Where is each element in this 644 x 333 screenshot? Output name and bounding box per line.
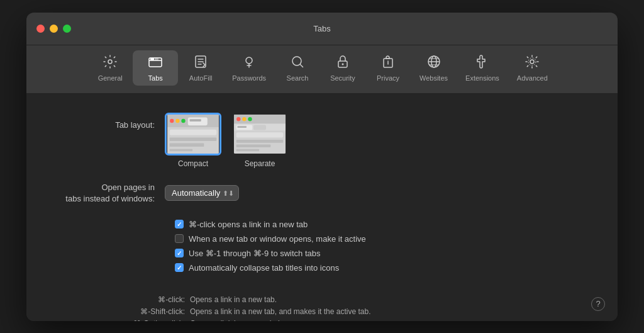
tab-autofill[interactable]: AutoFill — [178, 50, 223, 86]
svg-point-17 — [175, 118, 179, 122]
shortcut-row-0: ⌘-click: Opens a link in a new tab. — [52, 295, 592, 304]
tab-general[interactable]: General — [87, 50, 133, 86]
shortcut-key-0: ⌘-click: — [52, 295, 190, 304]
window-title: Tabs — [313, 24, 330, 33]
autofill-icon — [193, 54, 208, 72]
cmd-numbers-checkbox[interactable] — [175, 249, 184, 257]
shortcut-row-1: ⌘-Shift-click: Opens a link in a new tab… — [52, 307, 592, 316]
tab-extensions[interactable]: Extensions — [457, 50, 508, 86]
cmd-numbers-label: Use ⌘-1 through ⌘-9 to switch tabs — [189, 249, 321, 258]
svg-rect-36 — [236, 144, 271, 147]
svg-rect-22 — [170, 137, 217, 140]
svg-rect-20 — [190, 119, 201, 121]
privacy-icon — [380, 54, 396, 72]
compact-thumbnail[interactable] — [165, 113, 221, 155]
cmd-click-label: ⌘-click opens a link in a new tab — [189, 220, 308, 229]
help-button[interactable]: ? — [591, 297, 605, 311]
shortcut-desc-0: Opens a link in a new tab. — [190, 295, 277, 304]
checkbox-row-new-tab-active: When a new tab or window opens, make it … — [175, 234, 592, 244]
svg-rect-37 — [236, 149, 259, 151]
advanced-icon — [525, 54, 540, 72]
layout-options: Compact — [165, 113, 288, 168]
open-pages-dropdown[interactable]: Automatically Always Never — [165, 185, 239, 201]
tab-layout-row: Tab layout: — [52, 113, 592, 168]
tab-passwords-label: Passwords — [232, 74, 266, 82]
svg-rect-34 — [236, 132, 284, 137]
content-area: Tab layout: — [26, 94, 618, 321]
svg-point-29 — [248, 117, 252, 121]
security-icon — [335, 54, 350, 72]
svg-point-28 — [242, 117, 246, 121]
separate-label: Separate — [245, 159, 275, 168]
svg-point-8 — [342, 63, 344, 65]
tab-general-label: General — [98, 74, 123, 82]
shortcut-desc-2: Opens a link in a new window. — [190, 319, 291, 321]
search-icon — [290, 54, 305, 72]
svg-point-16 — [170, 118, 174, 122]
checkbox-row-cmd-click: ⌘-click opens a link in a new tab — [175, 220, 592, 229]
tab-search-label: Search — [287, 74, 309, 82]
svg-rect-23 — [170, 143, 204, 146]
checkbox-row-collapse-titles: Automatically collapse tab titles into i… — [175, 263, 592, 273]
separate-option[interactable]: Separate — [231, 113, 288, 168]
collapse-titles-checkbox[interactable] — [175, 263, 184, 272]
tab-advanced-label: Advanced — [517, 74, 548, 82]
open-pages-row: Open pages intabs instead of windows: Au… — [52, 182, 592, 205]
collapse-titles-label: Automatically collapse tab titles into i… — [189, 263, 339, 273]
svg-rect-33 — [253, 125, 266, 130]
svg-rect-26 — [234, 115, 286, 124]
new-tab-active-checkbox[interactable] — [175, 234, 184, 243]
titlebar: Tabs — [26, 13, 618, 45]
close-button[interactable] — [36, 25, 45, 33]
minimize-button[interactable] — [50, 25, 58, 33]
svg-rect-32 — [237, 126, 247, 128]
new-tab-active-label: When a new tab or window opens, make it … — [189, 234, 366, 244]
svg-rect-2 — [150, 58, 154, 60]
shortcut-row-2: ⌘-Option-click: Opens a link in a new wi… — [52, 319, 592, 321]
checkboxes-section: ⌘-click opens a link in a new tab When a… — [175, 220, 592, 273]
tab-security[interactable]: Security — [320, 50, 365, 86]
tab-websites-label: Websites — [419, 74, 448, 82]
svg-rect-3 — [155, 58, 158, 60]
svg-rect-21 — [170, 129, 217, 135]
tab-autofill-label: AutoFill — [189, 74, 213, 82]
tab-privacy[interactable]: Privacy — [365, 50, 411, 86]
dropdown-wrapper: Automatically Always Never ⬆⬇ — [165, 185, 239, 201]
tab-advanced[interactable]: Advanced — [508, 50, 557, 86]
svg-rect-35 — [236, 140, 284, 143]
passwords-icon — [242, 54, 257, 72]
tab-security-label: Security — [330, 74, 355, 82]
checkbox-row-cmd-numbers: Use ⌘-1 through ⌘-9 to switch tabs — [175, 249, 592, 258]
svg-rect-19 — [188, 117, 208, 125]
open-pages-label: Open pages intabs instead of windows: — [52, 182, 165, 205]
svg-point-12 — [530, 60, 534, 64]
tab-websites[interactable]: Websites — [411, 50, 457, 86]
svg-point-18 — [181, 118, 185, 122]
svg-point-9 — [387, 60, 389, 62]
svg-point-0 — [108, 60, 112, 64]
svg-point-6 — [292, 57, 301, 65]
traffic-lights — [36, 25, 71, 33]
cmd-click-checkbox[interactable] — [175, 220, 184, 229]
compact-option[interactable]: Compact — [165, 113, 221, 168]
gear-icon — [103, 54, 118, 72]
shortcut-key-2: ⌘-Option-click: — [52, 319, 190, 321]
tab-tabs-label: Tabs — [148, 74, 163, 82]
svg-point-5 — [246, 57, 252, 64]
tab-privacy-label: Privacy — [377, 74, 399, 82]
separate-thumbnail[interactable] — [231, 113, 288, 155]
svg-point-13 — [528, 58, 536, 65]
shortcuts-section: ⌘-click: Opens a link in a new tab. ⌘-Sh… — [52, 290, 592, 321]
tab-passwords[interactable]: Passwords — [223, 50, 275, 86]
tab-search[interactable]: Search — [275, 50, 320, 86]
help-icon: ? — [596, 299, 600, 308]
tab-tabs[interactable]: Tabs — [133, 50, 178, 86]
compact-label: Compact — [178, 159, 208, 168]
tab-layout-label: Tab layout: — [52, 113, 165, 130]
svg-rect-24 — [170, 149, 192, 151]
maximize-button[interactable] — [63, 25, 71, 33]
shortcut-key-1: ⌘-Shift-click: — [52, 307, 190, 316]
shortcut-desc-1: Opens a link in a new tab, and makes it … — [190, 307, 371, 316]
tabs-icon — [148, 54, 163, 72]
toolbar: General Tabs Auto — [26, 45, 618, 94]
